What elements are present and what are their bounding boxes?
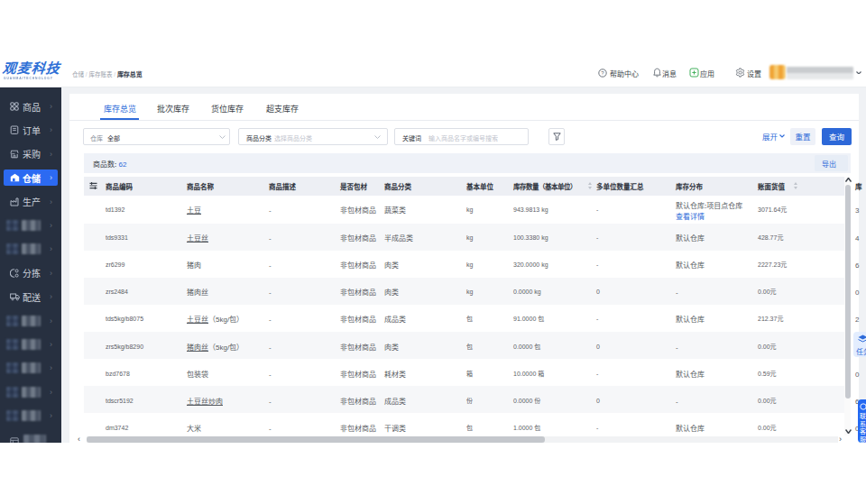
- svg-text:?: ?: [601, 70, 604, 76]
